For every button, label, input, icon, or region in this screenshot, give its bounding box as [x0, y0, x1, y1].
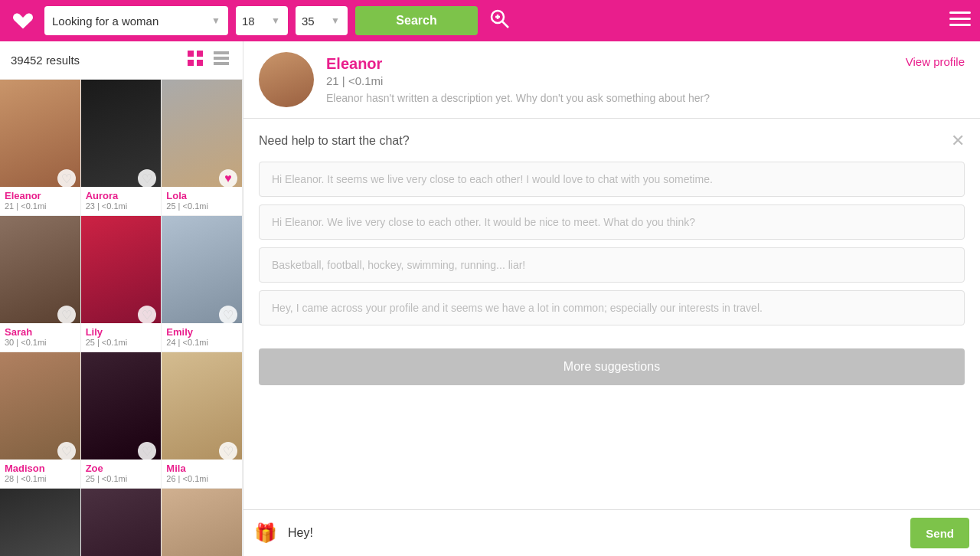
profile-card-age: 25 | <0.1mi: [166, 201, 237, 211]
profile-card[interactable]: ♥ Lola 25 | <0.1mi: [162, 80, 243, 216]
list-view-button[interactable]: [211, 49, 232, 71]
view-toggle: [185, 49, 232, 71]
profile-card-info: Eleanor 21 | <0.1mi: [0, 187, 80, 215]
profile-card-name: Eleanor: [5, 190, 76, 201]
grid-view-button[interactable]: [185, 49, 206, 71]
profile-card-info: Emily 24 | <0.1mi: [162, 323, 242, 352]
profile-card-age: 25 | <0.1mi: [86, 338, 157, 347]
profile-grid: ♡ Eleanor 21 | <0.1mi ♡ Aurora 23 | <0.1…: [0, 80, 243, 556]
svg-rect-11: [214, 51, 229, 54]
suggestions-panel: Need help to start the chat? ✕ Hi Eleano…: [243, 119, 980, 341]
sidebar-header: 39452 results: [0, 41, 243, 80]
profile-card-age: 24 | <0.1mi: [166, 338, 237, 347]
profile-card[interactable]: ♡ Mila 26 | <0.1mi: [162, 352, 243, 489]
profile-card-info: Mila 26 | <0.1mi: [162, 460, 242, 488]
profile-card[interactable]: ♡ Sarah 30 | <0.1mi: [0, 216, 81, 352]
profile-card-info: Lily 25 | <0.1mi: [81, 323, 162, 352]
age-min-dropdown[interactable]: 1819202122 2530: [242, 15, 282, 28]
profile-card-info: Sarah 30 | <0.1mi: [0, 323, 80, 352]
svg-rect-8: [197, 51, 203, 57]
favorite-button[interactable]: ♡: [57, 442, 76, 460]
profile-card-name: Mila: [166, 463, 237, 474]
results-count: 39452 results: [11, 54, 80, 67]
suggestions-header: Need help to start the chat? ✕: [259, 132, 965, 149]
favorite-button[interactable]: ♡: [219, 306, 237, 324]
suggestions-close-button[interactable]: ✕: [951, 132, 965, 149]
profile-card-age: 30 | <0.1mi: [5, 338, 76, 347]
chat-area: Need help to start the chat? ✕ Hi Eleano…: [243, 119, 980, 509]
suggestion-item[interactable]: Hi Eleanor. It seems we live very close …: [259, 162, 965, 197]
profile-card-name: Aurora: [86, 190, 157, 201]
profile-card-name: Lola: [166, 190, 237, 201]
profile-card-image: [81, 489, 162, 556]
looking-for-dropdown[interactable]: Looking for a woman Looking for a man: [52, 15, 220, 28]
profile-info: Eleanor 21 | <0.1mi Eleanor hasn't writt…: [326, 55, 893, 104]
profile-card-name: Zoe: [86, 463, 157, 474]
profile-card-age: 21 | <0.1mi: [5, 201, 76, 211]
profile-card[interactable]: ♥ Claire 27 | <0.1mi: [162, 489, 243, 556]
menu-icon[interactable]: [949, 10, 971, 31]
profile-card-age: 28 | <0.1mi: [5, 474, 76, 483]
favorite-button[interactable]: ♥: [219, 169, 237, 188]
profile-name: Eleanor: [326, 55, 893, 73]
profile-age-dist: 21 | <0.1mi: [326, 74, 893, 87]
topbar: Looking for a woman Looking for a man ▼ …: [0, 0, 980, 41]
profile-card[interactable]: ♡ Lily 25 | <0.1mi: [81, 216, 162, 352]
suggestion-item[interactable]: Hey, I came across your profile and it s…: [259, 290, 965, 325]
main-content: Eleanor 21 | <0.1mi Eleanor hasn't writt…: [243, 41, 980, 556]
profile-card-info: Madison 28 | <0.1mi: [0, 460, 80, 488]
profile-card-image: [0, 489, 80, 556]
avatar-image: [259, 52, 314, 107]
profile-card[interactable]: ♡ Zoe 25 | <0.1mi: [81, 352, 162, 489]
profile-card-info: Lola 25 | <0.1mi: [162, 187, 242, 215]
suggestions-list: Hi Eleanor. It seems we live very close …: [259, 162, 965, 325]
svg-rect-9: [188, 60, 194, 66]
profile-card[interactable]: ♡ Eleanor 21 | <0.1mi: [0, 80, 81, 216]
age-max-select[interactable]: 3035404550 ▼: [296, 6, 348, 35]
profile-card[interactable]: ♡ Emily 24 | <0.1mi: [162, 216, 243, 352]
age-min-select[interactable]: 1819202122 2530 ▼: [236, 6, 288, 35]
favorite-button[interactable]: ♡: [57, 306, 76, 324]
profile-card-name: Emily: [166, 326, 237, 338]
svg-rect-12: [214, 57, 229, 60]
search-button[interactable]: Search: [355, 6, 478, 35]
svg-rect-4: [949, 11, 971, 14]
looking-for-select[interactable]: Looking for a woman Looking for a man ▼: [44, 6, 228, 35]
suggestion-item[interactable]: Hi Eleanor. We live very close to each o…: [259, 204, 965, 240]
message-input-area: 🎁 Send: [243, 509, 980, 556]
svg-rect-10: [197, 60, 203, 66]
profile-card-info: Zoe 25 | <0.1mi: [81, 460, 162, 488]
profile-card[interactable]: ♡ Amelia 30 | <0.1mi: [81, 489, 162, 556]
send-button[interactable]: Send: [910, 518, 969, 548]
profile-card-image: [162, 489, 242, 556]
sidebar: 39452 results ♡: [0, 41, 243, 556]
view-profile-button[interactable]: View profile: [906, 55, 965, 68]
profile-card[interactable]: ♥ Grace 24 | <0.1mi: [0, 489, 81, 556]
profile-card[interactable]: ♡ Aurora 23 | <0.1mi: [81, 80, 162, 216]
svg-rect-6: [949, 24, 971, 26]
message-input[interactable]: [285, 520, 903, 546]
more-suggestions-button[interactable]: More suggestions: [259, 348, 965, 385]
profile-card-age: 25 | <0.1mi: [86, 474, 157, 483]
zoom-search-icon[interactable]: [488, 8, 510, 34]
favorite-button[interactable]: ♡: [57, 169, 76, 188]
profile-description: Eleanor hasn't written a description yet…: [326, 92, 893, 104]
heart-logo-icon[interactable]: [9, 7, 37, 34]
svg-rect-7: [188, 51, 194, 57]
svg-line-1: [502, 21, 508, 28]
profile-card-name: Lily: [86, 326, 157, 338]
svg-rect-5: [949, 18, 971, 20]
profile-card-age: 26 | <0.1mi: [166, 474, 237, 483]
main-layout: 39452 results ♡: [0, 41, 980, 556]
active-profile-header: Eleanor 21 | <0.1mi Eleanor hasn't writt…: [243, 41, 980, 119]
favorite-button[interactable]: ♡: [219, 442, 237, 460]
profile-card-info: Aurora 23 | <0.1mi: [81, 187, 162, 215]
profile-card-name: Madison: [5, 463, 76, 474]
suggestion-item[interactable]: Basketball, football, hockey, swimming, …: [259, 247, 965, 283]
gift-icon[interactable]: 🎁: [254, 522, 277, 544]
suggestions-title: Need help to start the chat?: [259, 134, 410, 148]
svg-rect-13: [214, 62, 229, 65]
age-max-dropdown[interactable]: 3035404550: [302, 15, 341, 28]
avatar: [259, 52, 314, 107]
profile-card[interactable]: ♡ Madison 28 | <0.1mi: [0, 352, 81, 489]
